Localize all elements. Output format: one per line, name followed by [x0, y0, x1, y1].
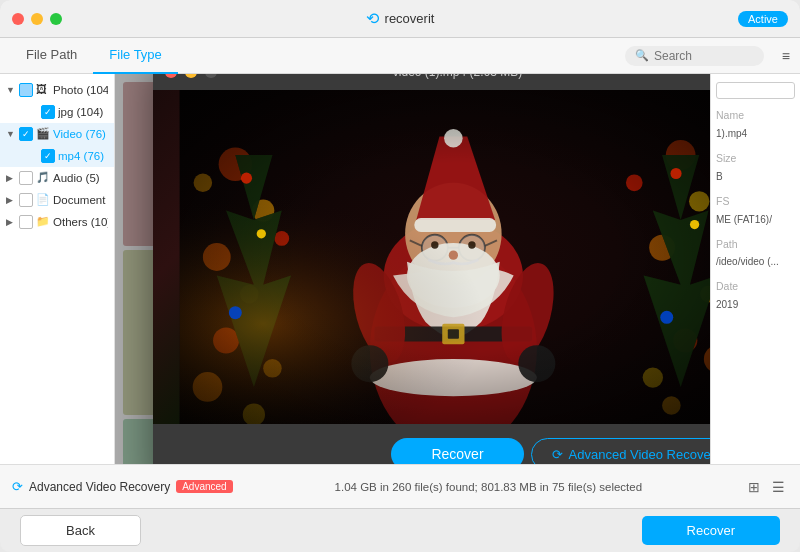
file-size-row: Size B: [716, 150, 795, 185]
adv-video-icon: ⟳: [552, 447, 563, 462]
arrow-icon: ▶: [6, 217, 16, 227]
checkbox-photo[interactable]: [19, 83, 33, 97]
preview-recover-button[interactable]: Recover: [391, 438, 523, 464]
active-badge: Active: [738, 11, 788, 27]
checkbox-mp4[interactable]: ✓: [41, 149, 55, 163]
arrow-icon: ▼: [6, 129, 16, 139]
check-mark: ✓: [44, 151, 52, 161]
sidebar-item-others[interactable]: ▶ 📁 Others (10): [0, 211, 114, 233]
sidebar-label-video: Video (76): [53, 128, 106, 140]
checkbox-video[interactable]: ✓: [19, 127, 33, 141]
close-button[interactable]: [12, 13, 24, 25]
svg-point-51: [240, 173, 251, 184]
preview-overlay: video (1).mp4 (2.63 MB): [115, 74, 800, 464]
content-area: for(let i=0;i<20;i++){ document.write('<…: [115, 74, 800, 464]
maximize-button[interactable]: [50, 13, 62, 25]
preview-video[interactable]: [153, 90, 763, 424]
svg-point-54: [670, 168, 681, 179]
file-path-value: /ideo/video (...: [716, 253, 795, 270]
back-button[interactable]: Back: [20, 515, 141, 546]
adv-video-status-icon: ⟳: [12, 479, 23, 494]
view-icons: ⊞ ☰: [744, 477, 788, 497]
app-name: recoverit: [385, 11, 435, 26]
status-bar: ⟳ Advanced Video Recovery Advanced 1.04 …: [0, 464, 800, 508]
tab-bar: File Path File Type 🔍 ≡: [0, 38, 800, 74]
arrow-icon: ▶: [6, 195, 16, 205]
sidebar-label-document: Document (: [53, 194, 108, 206]
checkbox-document[interactable]: [19, 193, 33, 207]
checkbox-others[interactable]: [19, 215, 33, 229]
app-logo: ⟲ recoverit: [366, 9, 435, 28]
file-date-value: 2019: [716, 296, 795, 313]
file-name-value: 1).mp4: [716, 125, 795, 142]
search-input[interactable]: [654, 49, 754, 63]
file-fs-value: ME (FAT16)/: [716, 211, 795, 228]
sidebar-item-video[interactable]: ▼ ✓ 🎬 Video (76): [0, 123, 114, 145]
check-mark: ✓: [44, 107, 52, 117]
arrow-icon: ▶: [6, 173, 16, 183]
minimize-button[interactable]: [31, 13, 43, 25]
others-icon: 📁: [36, 215, 50, 229]
grid-view-icon[interactable]: ⊞: [744, 477, 764, 497]
preview-controls: Recover ⟳ Advanced Video Recovery: [153, 424, 763, 464]
file-date-row: Date 2019: [716, 278, 795, 313]
tab-file-type[interactable]: File Type: [93, 38, 178, 74]
search-icon: 🔍: [635, 49, 649, 62]
list-view-icon[interactable]: ☰: [768, 477, 788, 497]
checkbox-jpg[interactable]: ✓: [41, 105, 55, 119]
preview-title-text: video (1).mp4 (2.63 MB): [165, 74, 751, 79]
sidebar-item-jpg[interactable]: ✓ jpg (104): [0, 101, 114, 123]
title-bar: ⟲ recoverit Active: [0, 0, 800, 38]
file-name-row: Name 1).mp4: [716, 107, 795, 142]
audio-icon: 🎵: [36, 171, 50, 185]
sidebar-label-photo: Photo (104): [53, 84, 108, 96]
file-path-row: Path /ideo/video (...: [716, 236, 795, 271]
filter-icon[interactable]: ≡: [782, 48, 790, 64]
video-icon: 🎬: [36, 127, 50, 141]
svg-point-52: [256, 229, 265, 238]
checkbox-audio[interactable]: [19, 171, 33, 185]
window-controls: [12, 13, 62, 25]
preview-title-bar: video (1).mp4 (2.63 MB): [153, 74, 763, 90]
santa-image: [153, 90, 763, 424]
file-panel: Name 1).mp4 Size B FS ME (FAT16)/ Path /…: [710, 74, 800, 464]
document-icon: 📄: [36, 193, 50, 207]
svg-rect-50: [179, 90, 736, 424]
file-size-value: B: [716, 168, 795, 185]
file-fs-row: FS ME (FAT16)/: [716, 193, 795, 228]
check-mark: ✓: [22, 129, 30, 139]
adv-video-status: ⟳ Advanced Video Recovery Advanced: [12, 479, 233, 494]
video-frame-svg: [153, 90, 763, 424]
logo-icon: ⟲: [366, 9, 379, 28]
sidebar-item-photo[interactable]: ▼ 🖼 Photo (104): [0, 79, 114, 101]
svg-point-53: [228, 306, 241, 319]
search-box: 🔍: [625, 46, 764, 66]
sidebar-label-mp4: mp4 (76): [58, 150, 104, 162]
sidebar-item-audio[interactable]: ▶ 🎵 Audio (5): [0, 167, 114, 189]
arrow-icon: ▼: [6, 85, 16, 95]
svg-point-56: [660, 311, 673, 324]
svg-point-55: [689, 220, 698, 229]
bottom-bar: Back Recover: [0, 508, 800, 552]
file-name-input[interactable]: [716, 82, 795, 99]
main-layout: ▼ 🖼 Photo (104) ✓ jpg (104) ▼ ✓ 🎬 Video …: [0, 74, 800, 464]
photo-icon: 🖼: [36, 83, 50, 97]
tab-file-path[interactable]: File Path: [10, 38, 93, 74]
recover-button[interactable]: Recover: [642, 516, 780, 545]
sidebar-item-mp4[interactable]: ✓ mp4 (76): [0, 145, 114, 167]
sidebar-label-others: Others (10): [53, 216, 108, 228]
adv-badge: Advanced: [176, 480, 232, 493]
sidebar: ▼ 🖼 Photo (104) ✓ jpg (104) ▼ ✓ 🎬 Video …: [0, 74, 115, 464]
sidebar-label-jpg: jpg (104): [58, 106, 103, 118]
preview-window: video (1).mp4 (2.63 MB): [153, 74, 763, 464]
status-summary: 1.04 GB in 260 file(s) found; 801.83 MB …: [241, 481, 736, 493]
adv-video-status-label[interactable]: Advanced Video Recovery: [29, 480, 170, 494]
sidebar-item-document[interactable]: ▶ 📄 Document (: [0, 189, 114, 211]
sidebar-label-audio: Audio (5): [53, 172, 100, 184]
